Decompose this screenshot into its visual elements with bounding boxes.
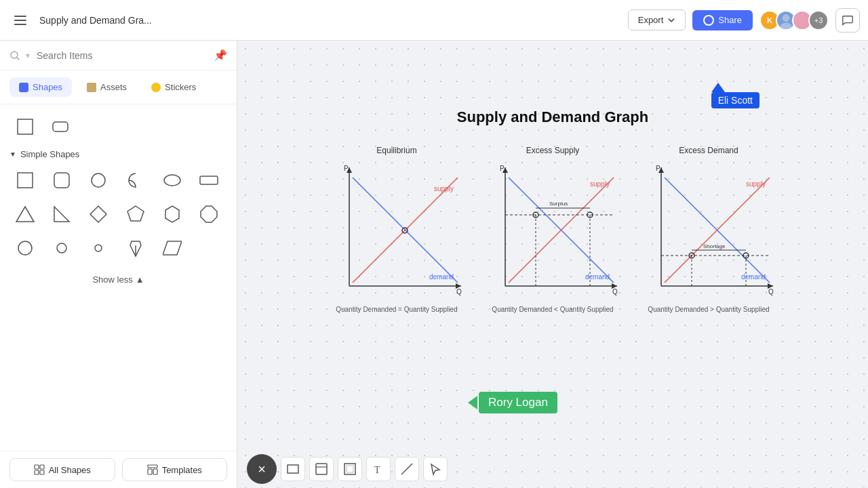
- section-label: Simple Shapes: [20, 149, 79, 159]
- svg-rect-8: [54, 173, 69, 188]
- svg-text:demand: demand: [429, 273, 454, 281]
- shape-ellipse[interactable]: [157, 165, 188, 196]
- svg-rect-28: [148, 465, 157, 468]
- close-button[interactable]: ×: [247, 454, 277, 484]
- text-tool-button[interactable]: T: [366, 457, 391, 481]
- share-button[interactable]: Share: [692, 10, 753, 30]
- diagram-title: Supply and Demand Graph: [457, 108, 648, 126]
- svg-point-2: [799, 14, 806, 21]
- shape-arc[interactable]: [120, 165, 151, 196]
- search-dropdown-icon: ▾: [26, 51, 30, 60]
- shape-right-triangle[interactable]: [46, 199, 77, 230]
- svg-text:supply: supply: [590, 180, 610, 188]
- graph-excess-demand-title: Excess Demand: [679, 146, 738, 155]
- chevron-down-icon: [667, 16, 675, 24]
- main-layout: ▾ 📌 Shapes Assets Stickers: [0, 41, 868, 488]
- svg-point-20: [95, 245, 102, 251]
- shape-circle-sm2[interactable]: [46, 232, 77, 264]
- note-tool-button[interactable]: [309, 457, 334, 481]
- svg-marker-23: [163, 241, 182, 255]
- tabs: Shapes Assets Stickers: [0, 70, 237, 104]
- svg-rect-77: [316, 464, 327, 474]
- pointer-tool-button[interactable]: [423, 457, 448, 481]
- search-icon: [9, 50, 20, 61]
- stickers-dot-icon: [151, 83, 161, 92]
- show-less-label: Show less: [92, 274, 132, 285]
- line-icon: [400, 462, 414, 476]
- share-label: Share: [718, 15, 742, 25]
- svg-point-9: [92, 174, 105, 187]
- shape-circle[interactable]: [83, 165, 114, 196]
- graph-excess-supply-svg: P Q Surplus: [485, 161, 620, 303]
- svg-marker-12: [16, 207, 34, 222]
- search-input[interactable]: [37, 50, 208, 61]
- frame-icon: [343, 462, 357, 476]
- templates-button[interactable]: Templates: [122, 458, 228, 481]
- svg-rect-24: [35, 465, 39, 469]
- pinned-shapes-row: [9, 111, 227, 142]
- comment-button[interactable]: [835, 8, 860, 33]
- svg-point-18: [18, 241, 32, 255]
- tab-assets-label: Assets: [100, 82, 127, 92]
- menu-button[interactable]: [8, 8, 33, 33]
- shape-rounded-rect[interactable]: [45, 111, 76, 142]
- svg-point-1: [780, 22, 791, 30]
- svg-text:demand: demand: [741, 273, 766, 281]
- shape-pentagon[interactable]: [120, 199, 151, 230]
- graph-excess-demand-svg: P Q Shortage: [641, 161, 776, 303]
- svg-rect-25: [40, 465, 44, 469]
- export-label: Export: [638, 15, 664, 25]
- shape-diamond[interactable]: [83, 199, 114, 230]
- tab-shapes-label: Shapes: [33, 82, 62, 92]
- rectangle-tool-button[interactable]: [281, 457, 305, 481]
- pin-icon: 📌: [214, 49, 227, 62]
- shape-parallelogram[interactable]: [157, 232, 188, 264]
- svg-point-19: [57, 243, 66, 253]
- all-shapes-button[interactable]: All Shapes: [9, 458, 115, 481]
- shape-square[interactable]: [9, 165, 41, 196]
- shape-rounded-square[interactable]: [46, 165, 77, 196]
- show-less-button[interactable]: Show less ▲: [9, 269, 227, 290]
- shape-octagon[interactable]: [193, 199, 224, 230]
- svg-text:T: T: [374, 465, 380, 475]
- cursor-rory: Rory Logan: [468, 392, 557, 413]
- canvas[interactable]: Eli Scott Supply and Demand Graph Equili…: [237, 41, 868, 488]
- svg-rect-80: [347, 466, 353, 472]
- shape-wide-rect[interactable]: [193, 165, 224, 196]
- svg-text:supply: supply: [746, 180, 766, 188]
- header: Supply and Demand Gra... Export Share K …: [0, 0, 868, 41]
- bottom-toolbar: × T: [237, 450, 868, 488]
- frame-tool-button[interactable]: [338, 457, 362, 481]
- shape-triangle[interactable]: [9, 199, 41, 230]
- graph-equilibrium: Equilibrium P Q supply: [329, 146, 465, 313]
- graph-equilibrium-svg: P Q supply demand: [329, 161, 465, 303]
- all-shapes-label: All Shapes: [49, 465, 91, 475]
- cursor-label-rory: Rory Logan: [479, 392, 557, 413]
- sidebar-footer: All Shapes Templates: [0, 451, 237, 488]
- note-icon: [315, 462, 328, 476]
- templates-label: Templates: [162, 465, 202, 475]
- export-button[interactable]: Export: [628, 9, 686, 30]
- chevron-up-icon: ▲: [136, 274, 144, 285]
- collaborators: K +3: [760, 10, 829, 30]
- svg-text:Q: Q: [612, 288, 618, 296]
- document-title: Supply and Demand Gra...: [39, 15, 621, 26]
- graph-equilibrium-title: Equilibrium: [376, 146, 416, 155]
- shape-hexagon[interactable]: [157, 199, 188, 230]
- tab-assets[interactable]: Assets: [77, 77, 136, 97]
- svg-rect-29: [148, 469, 152, 474]
- close-icon: ×: [258, 462, 266, 477]
- graph-excess-supply-caption: Quantity Demanded < Quantity Supplied: [492, 306, 613, 313]
- menu-icon: [14, 16, 26, 25]
- shape-circle-sm3[interactable]: [83, 232, 114, 264]
- templates-icon: [147, 464, 158, 475]
- shape-funnel[interactable]: [120, 232, 151, 264]
- tab-shapes[interactable]: Shapes: [9, 77, 72, 97]
- shape-square-outline[interactable]: [9, 111, 41, 142]
- line-tool-button[interactable]: [395, 457, 419, 481]
- shape-circle-sm[interactable]: [9, 232, 41, 264]
- tab-stickers[interactable]: Stickers: [142, 77, 205, 97]
- svg-text:Surplus: Surplus: [549, 201, 568, 207]
- svg-text:demand: demand: [585, 273, 610, 281]
- svg-rect-26: [35, 470, 39, 474]
